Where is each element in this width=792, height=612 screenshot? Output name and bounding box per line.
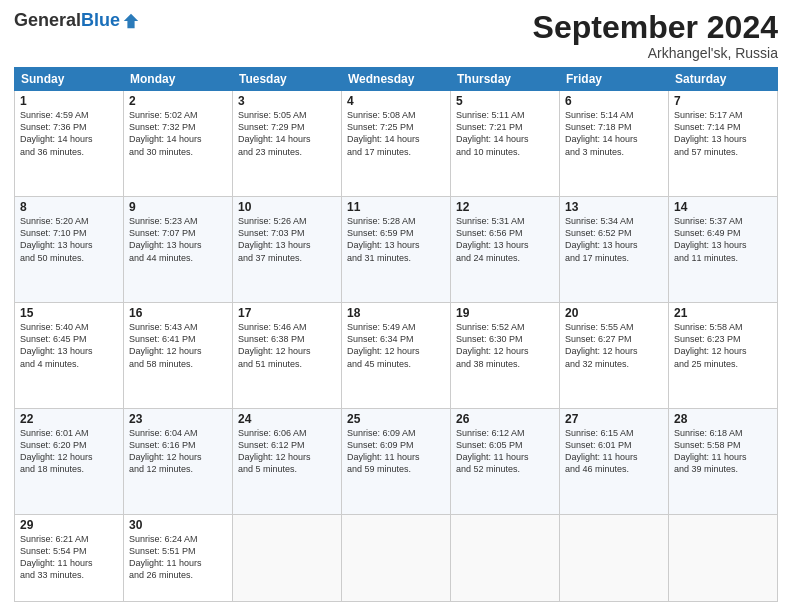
day-number: 1	[20, 94, 118, 108]
day-number: 18	[347, 306, 445, 320]
day-info: Sunrise: 6:06 AM Sunset: 6:12 PM Dayligh…	[238, 427, 336, 476]
logo-blue: Blue	[81, 10, 120, 31]
day-info: Sunrise: 5:52 AM Sunset: 6:30 PM Dayligh…	[456, 321, 554, 370]
logo-icon	[122, 12, 140, 30]
logo-general: General	[14, 10, 81, 31]
table-row: 30Sunrise: 6:24 AM Sunset: 5:51 PM Dayli…	[124, 515, 233, 602]
day-info: Sunrise: 6:24 AM Sunset: 5:51 PM Dayligh…	[129, 533, 227, 582]
table-row: 17Sunrise: 5:46 AM Sunset: 6:38 PM Dayli…	[233, 303, 342, 409]
day-info: Sunrise: 5:28 AM Sunset: 6:59 PM Dayligh…	[347, 215, 445, 264]
table-row: 12Sunrise: 5:31 AM Sunset: 6:56 PM Dayli…	[451, 197, 560, 303]
day-info: Sunrise: 6:12 AM Sunset: 6:05 PM Dayligh…	[456, 427, 554, 476]
day-number: 25	[347, 412, 445, 426]
day-number: 13	[565, 200, 663, 214]
day-number: 7	[674, 94, 772, 108]
day-info: Sunrise: 5:34 AM Sunset: 6:52 PM Dayligh…	[565, 215, 663, 264]
table-row	[669, 515, 778, 602]
table-row: 2Sunrise: 5:02 AM Sunset: 7:32 PM Daylig…	[124, 91, 233, 197]
table-row	[233, 515, 342, 602]
day-number: 11	[347, 200, 445, 214]
day-number: 9	[129, 200, 227, 214]
day-info: Sunrise: 6:09 AM Sunset: 6:09 PM Dayligh…	[347, 427, 445, 476]
table-row: 4Sunrise: 5:08 AM Sunset: 7:25 PM Daylig…	[342, 91, 451, 197]
day-info: Sunrise: 5:43 AM Sunset: 6:41 PM Dayligh…	[129, 321, 227, 370]
day-number: 17	[238, 306, 336, 320]
col-tuesday: Tuesday	[233, 68, 342, 91]
page: GeneralBlue September 2024 Arkhangel'sk,…	[0, 0, 792, 612]
day-info: Sunrise: 5:08 AM Sunset: 7:25 PM Dayligh…	[347, 109, 445, 158]
month-title: September 2024	[533, 10, 778, 45]
day-number: 23	[129, 412, 227, 426]
table-row	[451, 515, 560, 602]
day-info: Sunrise: 5:46 AM Sunset: 6:38 PM Dayligh…	[238, 321, 336, 370]
table-row: 7Sunrise: 5:17 AM Sunset: 7:14 PM Daylig…	[669, 91, 778, 197]
table-row: 19Sunrise: 5:52 AM Sunset: 6:30 PM Dayli…	[451, 303, 560, 409]
day-number: 4	[347, 94, 445, 108]
day-info: Sunrise: 6:21 AM Sunset: 5:54 PM Dayligh…	[20, 533, 118, 582]
day-info: Sunrise: 5:26 AM Sunset: 7:03 PM Dayligh…	[238, 215, 336, 264]
table-row: 5Sunrise: 5:11 AM Sunset: 7:21 PM Daylig…	[451, 91, 560, 197]
calendar-table: Sunday Monday Tuesday Wednesday Thursday…	[14, 67, 778, 602]
table-row: 1Sunrise: 4:59 AM Sunset: 7:36 PM Daylig…	[15, 91, 124, 197]
table-row: 13Sunrise: 5:34 AM Sunset: 6:52 PM Dayli…	[560, 197, 669, 303]
col-friday: Friday	[560, 68, 669, 91]
day-number: 16	[129, 306, 227, 320]
title-block: September 2024 Arkhangel'sk, Russia	[533, 10, 778, 61]
day-info: Sunrise: 5:17 AM Sunset: 7:14 PM Dayligh…	[674, 109, 772, 158]
table-row	[342, 515, 451, 602]
table-row: 15Sunrise: 5:40 AM Sunset: 6:45 PM Dayli…	[15, 303, 124, 409]
header: GeneralBlue September 2024 Arkhangel'sk,…	[14, 10, 778, 61]
day-number: 2	[129, 94, 227, 108]
day-number: 10	[238, 200, 336, 214]
day-number: 28	[674, 412, 772, 426]
day-info: Sunrise: 6:15 AM Sunset: 6:01 PM Dayligh…	[565, 427, 663, 476]
day-info: Sunrise: 5:11 AM Sunset: 7:21 PM Dayligh…	[456, 109, 554, 158]
table-row: 24Sunrise: 6:06 AM Sunset: 6:12 PM Dayli…	[233, 409, 342, 515]
day-info: Sunrise: 5:05 AM Sunset: 7:29 PM Dayligh…	[238, 109, 336, 158]
day-info: Sunrise: 5:14 AM Sunset: 7:18 PM Dayligh…	[565, 109, 663, 158]
day-info: Sunrise: 5:58 AM Sunset: 6:23 PM Dayligh…	[674, 321, 772, 370]
table-row: 10Sunrise: 5:26 AM Sunset: 7:03 PM Dayli…	[233, 197, 342, 303]
svg-marker-0	[124, 13, 138, 27]
day-number: 8	[20, 200, 118, 214]
day-info: Sunrise: 6:01 AM Sunset: 6:20 PM Dayligh…	[20, 427, 118, 476]
day-number: 22	[20, 412, 118, 426]
col-sunday: Sunday	[15, 68, 124, 91]
table-row: 23Sunrise: 6:04 AM Sunset: 6:16 PM Dayli…	[124, 409, 233, 515]
day-info: Sunrise: 5:49 AM Sunset: 6:34 PM Dayligh…	[347, 321, 445, 370]
table-row: 14Sunrise: 5:37 AM Sunset: 6:49 PM Dayli…	[669, 197, 778, 303]
day-info: Sunrise: 5:31 AM Sunset: 6:56 PM Dayligh…	[456, 215, 554, 264]
table-row: 21Sunrise: 5:58 AM Sunset: 6:23 PM Dayli…	[669, 303, 778, 409]
day-info: Sunrise: 5:02 AM Sunset: 7:32 PM Dayligh…	[129, 109, 227, 158]
table-row: 3Sunrise: 5:05 AM Sunset: 7:29 PM Daylig…	[233, 91, 342, 197]
day-number: 14	[674, 200, 772, 214]
day-number: 27	[565, 412, 663, 426]
table-row: 25Sunrise: 6:09 AM Sunset: 6:09 PM Dayli…	[342, 409, 451, 515]
table-row: 27Sunrise: 6:15 AM Sunset: 6:01 PM Dayli…	[560, 409, 669, 515]
day-info: Sunrise: 5:55 AM Sunset: 6:27 PM Dayligh…	[565, 321, 663, 370]
day-number: 24	[238, 412, 336, 426]
day-info: Sunrise: 5:23 AM Sunset: 7:07 PM Dayligh…	[129, 215, 227, 264]
logo-text: GeneralBlue	[14, 10, 140, 31]
table-row: 9Sunrise: 5:23 AM Sunset: 7:07 PM Daylig…	[124, 197, 233, 303]
col-thursday: Thursday	[451, 68, 560, 91]
day-info: Sunrise: 5:37 AM Sunset: 6:49 PM Dayligh…	[674, 215, 772, 264]
day-number: 12	[456, 200, 554, 214]
day-info: Sunrise: 6:18 AM Sunset: 5:58 PM Dayligh…	[674, 427, 772, 476]
logo: GeneralBlue	[14, 10, 140, 31]
table-row: 6Sunrise: 5:14 AM Sunset: 7:18 PM Daylig…	[560, 91, 669, 197]
day-number: 6	[565, 94, 663, 108]
table-row: 28Sunrise: 6:18 AM Sunset: 5:58 PM Dayli…	[669, 409, 778, 515]
day-number: 3	[238, 94, 336, 108]
table-row: 22Sunrise: 6:01 AM Sunset: 6:20 PM Dayli…	[15, 409, 124, 515]
table-row: 29Sunrise: 6:21 AM Sunset: 5:54 PM Dayli…	[15, 515, 124, 602]
day-number: 20	[565, 306, 663, 320]
col-wednesday: Wednesday	[342, 68, 451, 91]
table-row: 8Sunrise: 5:20 AM Sunset: 7:10 PM Daylig…	[15, 197, 124, 303]
day-number: 21	[674, 306, 772, 320]
table-row: 18Sunrise: 5:49 AM Sunset: 6:34 PM Dayli…	[342, 303, 451, 409]
day-number: 19	[456, 306, 554, 320]
header-row: Sunday Monday Tuesday Wednesday Thursday…	[15, 68, 778, 91]
table-row: 11Sunrise: 5:28 AM Sunset: 6:59 PM Dayli…	[342, 197, 451, 303]
table-row: 20Sunrise: 5:55 AM Sunset: 6:27 PM Dayli…	[560, 303, 669, 409]
